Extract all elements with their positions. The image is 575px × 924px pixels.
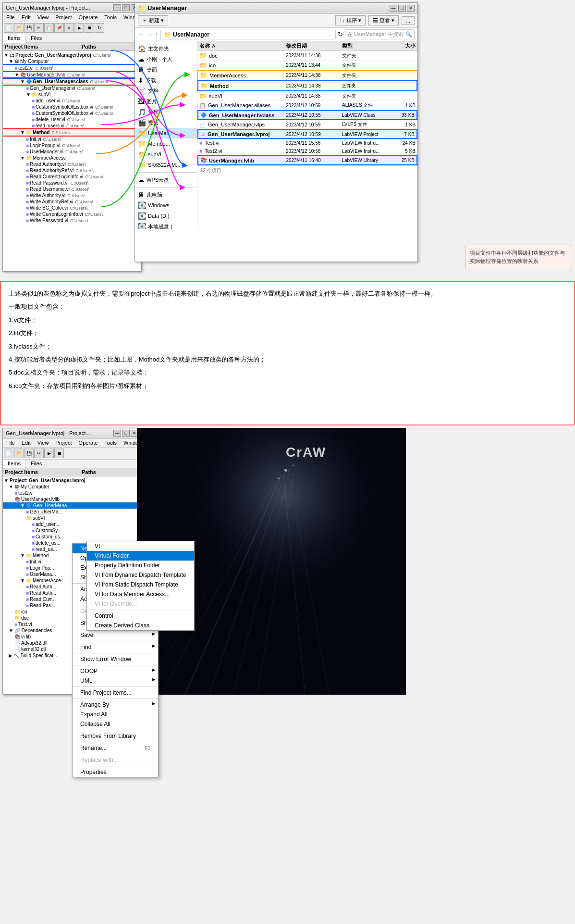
file-row-doc[interactable]: 📁doc 2023/4/11 14:38 文件夹	[197, 51, 417, 61]
b-tree-item[interactable]: ▼ Project: Gen_UserManager.lvproj	[3, 477, 141, 484]
left-item-member[interactable]: 📁 Membe...	[135, 138, 197, 149]
more-button[interactable]: ...	[402, 16, 415, 25]
tb-paste[interactable]: 📌	[54, 23, 64, 33]
col-date[interactable]: 修改日期	[286, 42, 342, 50]
menu-view[interactable]: View	[36, 14, 50, 21]
b-tb-new[interactable]: 📄	[4, 449, 13, 458]
tb-cut[interactable]: ✂	[34, 23, 44, 33]
b-tree-item[interactable]: 📚 UserManager.lvlib	[3, 496, 141, 502]
tb-delete[interactable]: ✕	[64, 23, 74, 33]
tb-copy[interactable]: 📋	[44, 23, 54, 33]
ctx-remove-lib[interactable]: Remove From Library	[73, 731, 158, 741]
file-row-lvproj[interactable]: 🗂Gen_UserManager.lvproj 2023/4/12 10:59 …	[197, 129, 417, 139]
left-item-thispc[interactable]: 🖥 此电脑	[135, 189, 197, 200]
b-menu-view[interactable]: View	[36, 439, 50, 446]
minimize-btn[interactable]: —	[113, 4, 121, 11]
col-name[interactable]: 名称 ∧	[199, 42, 286, 50]
submenu-ddt[interactable]: VI from Dynamic Dispatch Template	[87, 570, 194, 580]
submenu-control[interactable]: Control	[87, 611, 194, 621]
view-button[interactable]: ☰ 查看 ▾	[368, 15, 399, 25]
b-menu-tools[interactable]: Tools	[103, 439, 118, 446]
tree-item[interactable]: ■ add_user.vi C:\Users\	[3, 98, 141, 104]
menu-tools[interactable]: Tools	[103, 14, 118, 21]
tab-files[interactable]: Files	[26, 34, 47, 42]
ctx-collapse-all[interactable]: Collapse All	[73, 719, 158, 729]
menu-file[interactable]: File	[5, 14, 16, 21]
file-row-method[interactable]: 📁Method 2023/4/11 14:38 文件夹	[197, 80, 417, 91]
file-close-btn[interactable]: ✕	[407, 5, 415, 12]
tree-item-gen-class[interactable]: ▼ 🔷 Gen_UserManager.class C:\Users\	[3, 78, 141, 85]
tree-item-method[interactable]: ▼ 📁 Method C:\Users\	[3, 129, 141, 136]
col-size[interactable]: 大小	[390, 42, 416, 50]
up-btn[interactable]: ↑	[155, 31, 159, 38]
tree-item[interactable]: ▼ 📁 subVI	[3, 91, 141, 98]
tree-item[interactable]: ▼ 🖥 My Computer	[3, 58, 141, 64]
b-tab-files[interactable]: Files	[26, 460, 47, 468]
sort-button[interactable]: ↑↓ 排序 ▾	[335, 15, 366, 25]
menu-operate[interactable]: Operate	[77, 14, 99, 21]
tree-item-test2[interactable]: ■ test2.vi C:\Users\	[3, 65, 141, 71]
file-row-lvlib[interactable]: 📚UserManager.lvlib 2023/4/11 16:40 LabVI…	[197, 155, 417, 165]
b-menu-operate[interactable]: Operate	[77, 439, 99, 446]
ctx-properties[interactable]: Properties	[73, 767, 158, 777]
ctx-arrange-by[interactable]: Arrange By	[73, 700, 158, 710]
file-row-lvclass[interactable]: 🔷Gen_UserManager.lvclass 2023/4/12 10:55…	[197, 110, 417, 120]
submenu-override[interactable]: VI for Override...	[87, 599, 194, 609]
b-menu-edit[interactable]: Edit	[20, 439, 32, 446]
tree-item[interactable]: ■ Write Password.vi C:\Users\	[3, 217, 141, 224]
tree-item[interactable]: ■ read_users.vi C:\Users\	[3, 123, 141, 129]
ctx-rename[interactable]: Rename...F2	[73, 743, 158, 753]
b-tb-run[interactable]: ▶	[44, 449, 54, 458]
submenu-dma[interactable]: VI for Data Member Access...	[87, 589, 194, 599]
left-item-music[interactable]: 🎵 音乐	[135, 107, 197, 117]
ctx-show-error[interactable]: Show Error Window	[73, 654, 158, 664]
file-row-memberaccess[interactable]: 📁MemberAccess 2023/4/11 14:38 文件夹	[197, 70, 417, 80]
back-btn[interactable]: ←	[138, 31, 145, 38]
b-tree-item-gen-class[interactable]: ▼ 🔷 Gen_UserMana...	[3, 502, 141, 509]
left-item-document[interactable]: 📄 文档	[135, 86, 197, 96]
left-item-subvi[interactable]: 📁 subVI	[135, 149, 197, 160]
left-item-usermanager[interactable]: 📁 UserMar...	[135, 128, 197, 138]
submenu-sdt[interactable]: VI from Static Dispatch Template	[87, 580, 194, 589]
left-item-video[interactable]: 🎬 视频	[135, 117, 197, 128]
b-tb-cut[interactable]: ✂	[34, 449, 44, 458]
file-maximize-btn[interactable]: □	[398, 5, 406, 12]
ctx-goop[interactable]: GOOP	[73, 666, 158, 676]
left-item-windows[interactable]: 💽 Windows-	[135, 200, 197, 211]
b-menu-file[interactable]: File	[5, 439, 16, 446]
submenu-prop-def[interactable]: Property Definition Folder	[87, 561, 194, 570]
left-item-datad[interactable]: 💽 Data (D:)	[135, 211, 197, 221]
file-minimize-btn[interactable]: —	[390, 5, 397, 12]
tree-item[interactable]: ■ delete_user.vi C:\Users\	[3, 116, 141, 123]
file-row-testvi[interactable]: ■Test.vi 2023/4/11 15:56 LabVIEW Instru.…	[197, 139, 417, 147]
tree-item[interactable]: ■ Init.vi C:\Users\	[3, 136, 141, 142]
b-tree-item[interactable]: 📁 subVI	[3, 515, 141, 521]
forward-btn[interactable]: →	[147, 31, 153, 38]
ctx-expand-all[interactable]: Expand All	[73, 710, 158, 719]
tree-item[interactable]: ■ Write Authority.vi C:\Users\	[3, 192, 141, 199]
tree-item[interactable]: ■ Read AuthorityRef.vi C:\Users\	[3, 167, 141, 174]
b-tree-item[interactable]: ▼ 🖥 My Computer	[3, 484, 141, 490]
b-tb-open[interactable]: 📂	[14, 449, 24, 458]
tree-item[interactable]: ■ Read CurrentLoginInfo.vi C:\Users\	[3, 174, 141, 180]
file-row-aliases[interactable]: 📋Gen_UserManager.aliases 2023/4/12 10:59…	[197, 101, 417, 110]
menu-edit[interactable]: Edit	[20, 14, 32, 21]
col-type[interactable]: 类型	[342, 42, 390, 50]
tb-stop[interactable]: ⏹	[85, 23, 94, 33]
b-tab-items[interactable]: Items	[3, 460, 26, 468]
new-button[interactable]: ＋ 新建 ▾	[138, 15, 168, 25]
b-tree-item[interactable]: ■ test2.vi	[3, 490, 141, 496]
tree-item[interactable]: ■ UserManager.vi C:\Users\	[3, 149, 141, 155]
b-tree-item[interactable]: ■ add_user...	[3, 521, 141, 527]
tree-item[interactable]: ■ Write BG_Color.vi C:\Users\	[3, 205, 141, 211]
file-row-test2vi[interactable]: ■Test2.vi 2023/4/12 10:56 LabVIEW Instru…	[197, 147, 417, 155]
left-item-home[interactable]: 🏠 主文件夹	[135, 43, 197, 54]
tree-item[interactable]: ■ Write AuthorityRef.vi C:\Users\	[3, 199, 141, 205]
tb-refresh[interactable]: ↻	[95, 23, 104, 33]
ctx-replace[interactable]: Replace with...	[73, 755, 158, 765]
ctx-save[interactable]: Save	[73, 630, 158, 640]
maximize-btn[interactable]: □	[122, 4, 130, 11]
refresh-btn[interactable]: ↻	[338, 31, 343, 38]
tree-item[interactable]: ■ LoginPopup.vi C:\Users\	[3, 142, 141, 149]
tb-save[interactable]: 💾	[24, 23, 34, 33]
